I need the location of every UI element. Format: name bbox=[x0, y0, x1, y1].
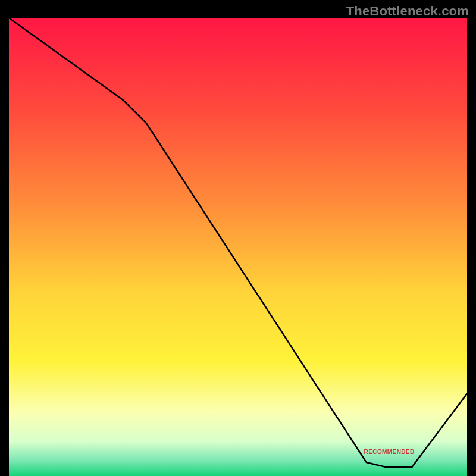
recommended-label: RECOMMENDED bbox=[364, 448, 415, 455]
bottleneck-curve bbox=[9, 18, 467, 476]
watermark-text: TheBottleneck.com bbox=[346, 4, 469, 19]
chart-stage: TheBottleneck.com RECOMMENDED bbox=[0, 0, 476, 476]
plot-area: RECOMMENDED bbox=[9, 18, 467, 467]
